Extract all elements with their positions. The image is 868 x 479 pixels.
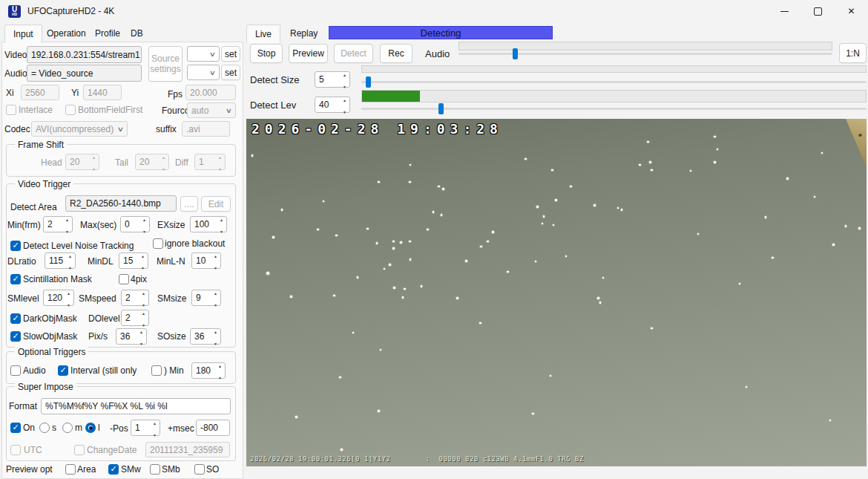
utc-checkbox[interactable] [10, 445, 21, 455]
detect-level-noise-tracking-checkbox[interactable] [10, 241, 21, 251]
tab-input[interactable]: Input [4, 25, 42, 43]
pos-spinner[interactable]: 1 [131, 420, 160, 436]
detect-size-arrows[interactable] [340, 72, 349, 87]
fourpix-checkbox[interactable] [119, 274, 129, 284]
minln-spinner[interactable]: 10 [191, 252, 221, 269]
minimize-icon [780, 11, 789, 12]
tab-db[interactable]: DB [122, 25, 151, 42]
dolevel-spinner[interactable]: 2 [121, 310, 149, 326]
max-sec-spinner[interactable]: 0 [120, 216, 150, 232]
fps-field[interactable]: 20.000 [185, 85, 236, 100]
maximize-button[interactable] [801, 0, 835, 22]
tab-operation[interactable]: Operation [39, 25, 94, 42]
detect-button[interactable]: Detect [334, 44, 373, 63]
audio-trigger-checkbox[interactable] [10, 365, 21, 376]
video-set-button[interactable]: set [221, 46, 240, 62]
slowobjmask-checkbox[interactable] [10, 331, 21, 342]
smspeed-arrows[interactable] [139, 290, 148, 305]
detect-size-spinner[interactable]: 5 [315, 71, 350, 88]
codec-dropdown[interactable]: AVI(uncompressed) [31, 121, 128, 137]
detect-area-browse-button[interactable]: .... [180, 196, 198, 212]
detect-area-edit-button[interactable]: Edit [201, 196, 231, 212]
fourcc-dropdown[interactable]: auto [187, 102, 236, 118]
dlratio-arrows[interactable] [65, 253, 75, 268]
scintillation-mask-checkbox[interactable] [10, 274, 21, 284]
max-sec-value: 0 [121, 217, 139, 232]
dlratio-spinner[interactable]: 115 [45, 252, 76, 269]
stop-button[interactable]: Stop [250, 44, 283, 63]
video-frame[interactable]: 2026-02-28 19:03:28 2026/02/28 19:00:01.… [246, 119, 867, 466]
interlace-checkbox[interactable] [6, 105, 16, 115]
smspeed-spinner[interactable]: 2 [121, 290, 149, 306]
superimpose-on-checkbox[interactable] [10, 423, 21, 433]
size-m-radio[interactable] [62, 423, 73, 433]
audio-slider-handle[interactable] [513, 48, 518, 59]
sosize-spinner[interactable]: 36 [190, 328, 221, 345]
format-field[interactable]: %T%M%f%Y %F%X %L %i %l [41, 398, 231, 414]
detect-area-field[interactable]: R2_DA2560-1440.bmp [65, 195, 177, 212]
detect-lev-slider[interactable] [361, 108, 867, 110]
changedate-field[interactable]: 20111231_235959 [145, 442, 230, 457]
tail-spinner-arrows[interactable] [159, 154, 168, 169]
changedate-checkbox[interactable] [74, 445, 85, 455]
detect-size-slider-handle[interactable] [366, 76, 371, 88]
rec-button[interactable]: Rec [380, 44, 412, 63]
tab-replay[interactable]: Replay [282, 25, 326, 42]
head-spinner-arrows[interactable] [89, 154, 99, 169]
smsize-spinner[interactable]: 9 [191, 290, 221, 306]
pixs-arrows[interactable] [137, 329, 146, 344]
exsize-spinner[interactable]: 100 [190, 216, 227, 232]
yi-field[interactable]: 1440 [83, 85, 122, 100]
detect-lev-slider-handle[interactable] [438, 103, 444, 114]
audio-source-dropdown[interactable] [187, 65, 220, 80]
preview-so-checkbox[interactable] [194, 464, 205, 475]
min-trigger-spinner[interactable]: 180 [191, 362, 226, 379]
size-s-radio[interactable] [39, 423, 50, 433]
smlevel-spinner[interactable]: 120 [43, 290, 74, 306]
interval-checkbox[interactable] [58, 365, 68, 376]
darkobjmask-checkbox[interactable] [10, 313, 21, 324]
mindl-arrows[interactable] [138, 253, 148, 268]
source-settings-button[interactable]: Source settings [148, 46, 183, 82]
minimize-button[interactable] [768, 0, 801, 22]
smsize-arrows[interactable] [211, 290, 220, 305]
exsize-arrows[interactable] [217, 217, 226, 232]
video-source-field[interactable]: 192.168.0.231:554/stream1 [27, 46, 142, 63]
max-sec-arrows[interactable] [139, 217, 149, 232]
msec-field[interactable]: -800 [196, 420, 230, 436]
sosize-arrows[interactable] [211, 329, 220, 344]
preview-button[interactable]: Preview [289, 44, 328, 63]
pixs-spinner[interactable]: 36 [116, 328, 147, 345]
smlevel-arrows[interactable] [64, 290, 73, 305]
diff-spinner[interactable]: 1 [194, 154, 226, 170]
ignore-blackout-checkbox[interactable] [153, 238, 163, 249]
preview-smb-checkbox[interactable] [150, 464, 160, 475]
preview-smw-checkbox[interactable] [108, 464, 119, 475]
audio-slider[interactable] [458, 53, 832, 55]
min-trigger-arrows[interactable] [215, 363, 225, 378]
tail-spinner[interactable]: 20 [135, 154, 169, 170]
xi-field[interactable]: 2560 [21, 85, 59, 100]
mindl-spinner[interactable]: 15 [119, 252, 148, 269]
min-trigger-checkbox[interactable] [151, 365, 162, 376]
ratio-button[interactable]: 1:N [839, 43, 867, 63]
min-frm-arrows[interactable] [62, 217, 72, 232]
head-spinner[interactable]: 20 [65, 154, 99, 170]
diff-spinner-arrows[interactable] [215, 154, 225, 169]
bottomfieldfirst-checkbox[interactable] [65, 105, 76, 115]
detect-lev-spinner[interactable]: 40 [315, 97, 350, 113]
suffix-field[interactable]: .avi [182, 121, 230, 137]
tab-live[interactable]: Live [246, 25, 280, 43]
dolevel-arrows[interactable] [139, 310, 148, 325]
detect-size-slider[interactable] [361, 81, 867, 83]
detect-lev-arrows[interactable] [340, 97, 349, 112]
preview-area-checkbox[interactable] [65, 464, 76, 475]
video-source-dropdown[interactable] [187, 46, 220, 62]
audio-source-field[interactable]: = Video_source [27, 65, 142, 82]
close-button[interactable] [835, 0, 868, 22]
size-l-radio[interactable] [85, 423, 96, 433]
minln-arrows[interactable] [211, 253, 220, 268]
pos-arrows[interactable] [150, 420, 160, 435]
audio-set-button[interactable]: set [221, 65, 240, 80]
min-frm-spinner[interactable]: 2 [43, 216, 73, 232]
